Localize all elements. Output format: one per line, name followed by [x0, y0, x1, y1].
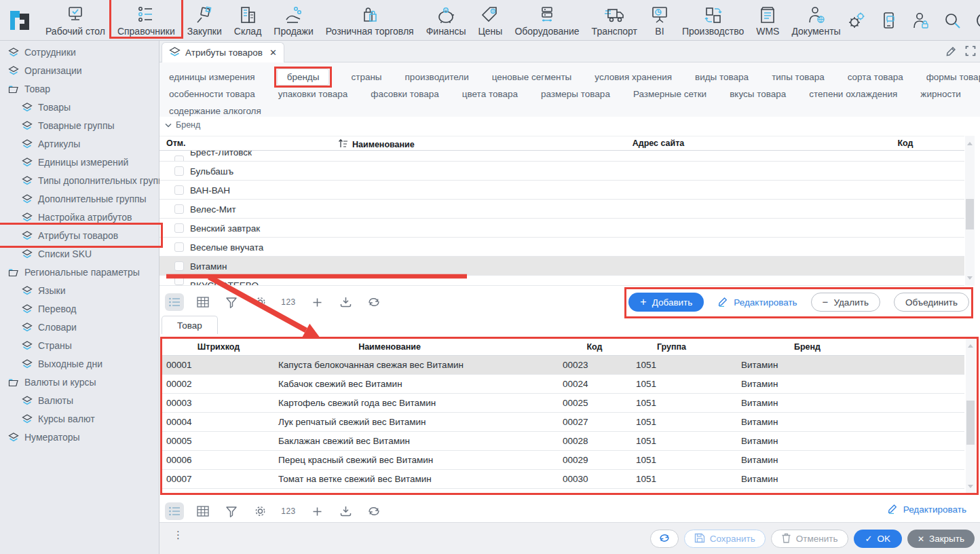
sidebar-item-выходные-дни[interactable]: Выходные дни	[0, 354, 159, 373]
subtab-сорта-товара[interactable]: сорта товара	[846, 69, 905, 85]
subtab-типы-товара[interactable]: типы товара	[770, 69, 826, 85]
sidebar-item-единицы-измерений[interactable]: Единицы измерений	[0, 153, 159, 171]
sidebar-item-региональные-параметры[interactable]: Региональные параметры	[0, 263, 159, 281]
subtab-ценовые-сегменты[interactable]: ценовые сегменты	[491, 69, 573, 85]
subtab-степени-охлаждения[interactable]: степени охлаждения	[808, 86, 899, 102]
support-chat-icon[interactable]	[879, 11, 898, 30]
user-lock-icon[interactable]	[911, 11, 930, 30]
brand-table-scrollbar[interactable]	[965, 136, 975, 286]
col-name[interactable]: Наименование	[338, 138, 415, 150]
row-checkbox[interactable]	[174, 276, 184, 285]
sidebar-item-дополнительные-группы[interactable]: Дополнительные группы	[0, 189, 159, 208]
sidebar-item-нумераторы[interactable]: Нумераторы	[0, 428, 159, 446]
nav-item-documents[interactable]: Документы	[785, 0, 846, 37]
brand-row[interactable]: ВКУСНОТЕЕВО	[159, 276, 964, 286]
row-checkbox[interactable]	[174, 166, 184, 176]
merge-button[interactable]: Объединить	[894, 293, 969, 312]
product-row[interactable]: 00006Перец красный свежий вес Витамин 00…	[161, 451, 964, 470]
kebab-menu-icon[interactable]: ⋮	[173, 532, 183, 538]
product-row[interactable]: 00001Капуста белокочанная свежая вес Вит…	[161, 356, 964, 375]
app-logo[interactable]	[0, 0, 39, 41]
gear-icon[interactable]	[250, 293, 269, 311]
nav-item-warehouse[interactable]: Склад	[228, 0, 268, 37]
sidebar-item-валюты-и-курсы[interactable]: Валюты и курсы	[0, 373, 159, 391]
sidebar-item-организации[interactable]: Организации	[0, 61, 159, 79]
product-row[interactable]: 00007Томат на ветке свежий вес Витамин 0…	[161, 470, 964, 489]
subtab-цвета-товара[interactable]: цвета товара	[461, 86, 519, 102]
sidebar-item-атрибуты-товаров[interactable]: Атрибуты товаров	[0, 226, 159, 244]
filter-icon[interactable]	[222, 502, 241, 520]
nav-item-retail[interactable]: Розничная торговля	[320, 0, 420, 37]
subtab-виды-товара[interactable]: виды товара	[694, 69, 750, 85]
product-edit-link[interactable]: Редактировать	[887, 503, 966, 516]
nav-item-wms[interactable]: WMS	[750, 0, 785, 37]
plus-icon[interactable]	[307, 502, 326, 520]
sidebar-item-сотрудники[interactable]: Сотрудники	[0, 43, 159, 61]
subtab-содержание-алкоголя[interactable]: содержание алкоголя	[168, 103, 263, 119]
brand-section-header[interactable]: Бренд	[165, 120, 200, 130]
subtab-размеры-товара[interactable]: размеры товара	[540, 86, 611, 102]
row-checkbox[interactable]	[174, 242, 184, 252]
subtab-производители[interactable]: производители	[404, 69, 470, 85]
sidebar-item-артикулы[interactable]: Артикулы	[0, 134, 159, 153]
tab-attributy-tovarov[interactable]: Атрибуты товаров ✕	[162, 42, 284, 62]
row-checkbox[interactable]	[174, 223, 184, 233]
sidebar-item-товарные-группы[interactable]: Товарные группы	[0, 116, 159, 134]
add-button[interactable]: + Добавить	[628, 293, 704, 312]
product-row[interactable]: 00005Баклажан свежий вес Витамин 0002810…	[161, 432, 964, 451]
list-view-icon[interactable]	[165, 293, 184, 311]
row-checkbox[interactable]	[174, 204, 184, 214]
plus-icon[interactable]	[307, 293, 326, 311]
sidebar-item-настройка-атрибутов[interactable]: Настройка атрибутов	[0, 208, 159, 226]
nav-item-transport[interactable]: Транспорт	[586, 0, 643, 37]
brand-row[interactable]: Витамин	[159, 257, 964, 276]
ok-button[interactable]: ✓OK	[854, 530, 902, 548]
col-brand[interactable]: Бренд	[768, 342, 846, 352]
subtab-фасовки-товара[interactable]: фасовки товара	[369, 86, 440, 102]
col-prodcode[interactable]: Код	[563, 342, 626, 352]
subtab-вкусы-товара[interactable]: вкусы товара	[728, 86, 787, 102]
download-icon[interactable]	[336, 293, 355, 311]
subtab-формы-товара[interactable]: формы товара	[925, 69, 980, 85]
refresh-icon[interactable]	[364, 502, 383, 520]
subtab-размерные-сетки[interactable]: Размерные сетки	[632, 86, 708, 102]
refresh-icon[interactable]	[364, 293, 383, 311]
brand-row[interactable]: Венский завтрак	[159, 219, 964, 238]
edit-button[interactable]: Редактировать	[717, 296, 797, 309]
row-checkbox[interactable]	[174, 261, 184, 271]
subtab-условия-хранения[interactable]: условия хранения	[593, 69, 673, 85]
sidebar-item-языки[interactable]: Языки	[0, 281, 159, 299]
cancel-button[interactable]: Отменить	[771, 530, 848, 548]
sidebar-item-словари[interactable]: Словари	[0, 318, 159, 336]
col-group[interactable]: Группа	[639, 342, 704, 352]
filter-icon[interactable]	[222, 293, 241, 311]
sidebar-item-курсы-валют[interactable]: Курсы валют	[0, 409, 159, 428]
brand-row[interactable]: Бульбашъ	[159, 162, 964, 181]
subtab-особенности-товара[interactable]: особенности товара	[168, 86, 257, 102]
nav-item-desktop[interactable]: Рабочий стол	[39, 0, 111, 37]
nav-item-catalog[interactable]: Справочники	[111, 0, 181, 37]
delete-button[interactable]: − Удалить	[811, 293, 880, 312]
nav-item-production[interactable]: Производство	[676, 0, 750, 37]
nav-item-bi[interactable]: BI	[643, 0, 676, 37]
nav-item-equipment[interactable]: Оборудование	[508, 0, 585, 37]
refresh-button[interactable]	[650, 530, 679, 548]
subtab-бренды[interactable]: бренды	[277, 69, 330, 86]
grid-view-icon[interactable]	[193, 502, 212, 520]
numbers-icon[interactable]: 123	[279, 293, 298, 311]
gear-icon[interactable]	[250, 502, 269, 520]
subtab-упаковки-товара[interactable]: упаковки товара	[277, 86, 350, 102]
brand-row[interactable]: Веселые внучата	[159, 238, 964, 257]
tab-tovar[interactable]: Товар	[162, 316, 218, 334]
row-checkbox[interactable]	[174, 155, 184, 162]
sidebar-item-страны[interactable]: Страны	[0, 336, 159, 354]
col-prodname[interactable]: Наименование	[328, 342, 451, 352]
download-icon[interactable]	[336, 502, 355, 520]
save-button[interactable]: Сохранить	[684, 530, 766, 548]
subtab-жирности[interactable]: жирности	[919, 86, 962, 102]
pencil-icon[interactable]	[945, 45, 958, 60]
sidebar-item-валюты[interactable]: Валюты	[0, 391, 159, 409]
sidebar-item-списки-sku[interactable]: Списки SKU	[0, 244, 159, 263]
nav-item-finance[interactable]: Финансы	[420, 0, 472, 37]
sidebar-item-перевод[interactable]: Перевод	[0, 299, 159, 318]
